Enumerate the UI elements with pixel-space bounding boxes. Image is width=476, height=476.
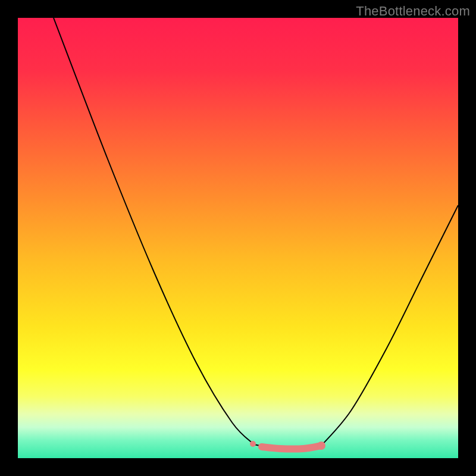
optimal-dot bbox=[250, 441, 256, 447]
optimal-zone-segment bbox=[262, 446, 321, 449]
bottleneck-curve bbox=[18, 18, 458, 458]
curve-left bbox=[54, 18, 254, 444]
watermark-text: TheBottleneck.com bbox=[356, 4, 470, 19]
plot-frame bbox=[18, 18, 458, 458]
curve-right bbox=[321, 205, 458, 446]
optimal-dot bbox=[317, 441, 325, 450]
